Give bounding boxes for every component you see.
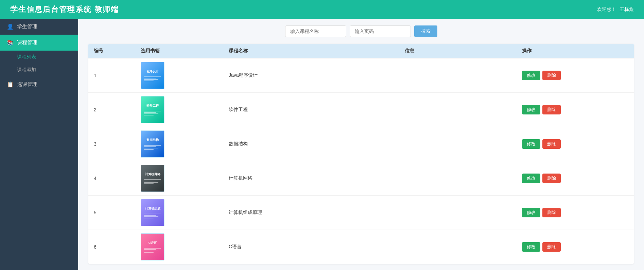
book-line — [144, 216, 158, 217]
col-header-id: 编号 — [88, 44, 135, 58]
book-line — [144, 214, 161, 214]
sidebar-item-select-course[interactable]: 📋 选课管理 — [0, 76, 78, 92]
cell-id: 2 — [88, 93, 135, 127]
book-line — [144, 148, 158, 148]
book-line — [144, 111, 161, 111]
delete-button[interactable]: 删除 — [542, 174, 561, 183]
course-icon: 📚 — [7, 39, 14, 46]
delete-button[interactable]: 删除 — [542, 71, 561, 80]
book-line — [144, 80, 154, 81]
sidebar: 👤 学生管理 📚 课程管理 课程列表 课程添加 📋 选课管理 — [0, 19, 78, 270]
book-thumb-text: 软件工程 — [146, 103, 159, 109]
cell-course-name: 软件工程 — [223, 93, 399, 127]
book-line — [144, 79, 158, 80]
cell-info — [399, 196, 517, 230]
search-button[interactable]: 搜索 — [414, 25, 437, 37]
cell-action: 修改删除 — [517, 161, 634, 196]
book-lines — [144, 144, 161, 150]
book-line — [144, 112, 156, 113]
book-thumbnail: 计算机组成 — [141, 199, 164, 226]
cell-info — [399, 127, 517, 161]
book-line — [144, 251, 158, 251]
edit-button[interactable]: 修改 — [522, 105, 540, 114]
username: 王栋鑫 — [620, 6, 634, 12]
cell-book: 软件工程 — [135, 93, 223, 127]
cell-course-name: C语言 — [223, 230, 399, 264]
delete-button[interactable]: 删除 — [542, 208, 561, 217]
book-line — [144, 252, 154, 253]
edit-button[interactable]: 修改 — [522, 71, 540, 80]
course-list-label: 课程列表 — [17, 54, 36, 59]
sidebar-item-student[interactable]: 👤 学生管理 — [0, 19, 78, 35]
cell-course-name: Java程序设计 — [223, 58, 399, 93]
book-thumb-text: 程序设计 — [146, 69, 159, 74]
cell-book: 计算机组成 — [135, 196, 223, 230]
sidebar-item-student-label: 学生管理 — [17, 23, 37, 30]
table-row: 3 数据结构 数据结构修改删除 — [88, 127, 634, 161]
table-row: 1 程序设计 Java程序设计修改删除 — [88, 58, 634, 93]
book-thumbnail: 数据结构 — [141, 130, 164, 158]
sidebar-item-course[interactable]: 📚 课程管理 — [0, 35, 78, 51]
book-line — [144, 115, 154, 115]
search-input-course-name[interactable] — [285, 25, 346, 37]
user-info: 欢迎您！ 王栋鑫 — [595, 6, 634, 13]
sidebar-item-course-label: 课程管理 — [17, 39, 37, 46]
book-line — [144, 249, 156, 250]
book-thumb-text: 数据结构 — [146, 138, 159, 143]
app-title: 学生信息后台管理系统 教师端 — [10, 4, 119, 15]
edit-button[interactable]: 修改 — [522, 208, 540, 217]
cell-book: 计算机网络 — [135, 161, 223, 196]
book-line — [144, 179, 161, 180]
book-thumbnail: 计算机网络 — [141, 165, 164, 192]
book-line — [144, 76, 161, 77]
book-line — [144, 146, 156, 147]
book-line — [144, 182, 158, 183]
book-thumb-text: C语言 — [148, 240, 158, 246]
book-line — [144, 183, 154, 184]
delete-button[interactable]: 删除 — [542, 242, 561, 252]
sidebar-item-course-add[interactable]: 课程添加 — [0, 64, 78, 76]
table-row: 2 软件工程 软件工程修改删除 — [88, 93, 634, 127]
delete-button[interactable]: 删除 — [542, 139, 561, 149]
book-lines — [144, 213, 161, 219]
cell-id: 5 — [88, 196, 135, 230]
course-table: 编号 选用书籍 课程名称 信息 操作 1 程序设计 Java程序设计修改删除2 — [88, 44, 634, 264]
sidebar-item-course-list[interactable]: 课程列表 — [0, 51, 78, 64]
cell-book: C语言 — [135, 230, 223, 264]
content-area: 搜索 编号 选用书籍 课程名称 信息 操作 1 程序设计 — [78, 19, 644, 270]
edit-button[interactable]: 修改 — [522, 139, 540, 149]
book-thumb-text: 计算机网络 — [144, 172, 161, 177]
search-input-page[interactable] — [350, 25, 411, 37]
book-lines — [144, 110, 161, 116]
search-bar: 搜索 — [88, 25, 634, 37]
edit-button[interactable]: 修改 — [522, 174, 540, 183]
book-line — [144, 215, 156, 216]
cell-id: 4 — [88, 161, 135, 196]
cell-book: 程序设计 — [135, 58, 223, 93]
cell-id: 1 — [88, 58, 135, 93]
book-thumbnail: 软件工程 — [141, 96, 164, 123]
book-lines — [144, 247, 161, 253]
delete-button[interactable]: 删除 — [542, 105, 561, 114]
table-header-row: 编号 选用书籍 课程名称 信息 操作 — [88, 44, 634, 58]
col-header-info: 信息 — [399, 44, 517, 58]
book-line — [144, 145, 161, 146]
cell-info — [399, 58, 517, 93]
book-thumbnail: C语言 — [141, 233, 164, 260]
book-line — [144, 181, 156, 181]
welcome-text: 欢迎您！ — [597, 6, 616, 12]
edit-button[interactable]: 修改 — [522, 242, 540, 252]
book-lines — [144, 179, 161, 185]
cell-id: 3 — [88, 127, 135, 161]
col-header-action: 操作 — [517, 44, 634, 58]
cell-book: 数据结构 — [135, 127, 223, 161]
cell-action: 修改删除 — [517, 58, 634, 93]
cell-id: 6 — [88, 230, 135, 264]
cell-info — [399, 93, 517, 127]
col-header-name: 课程名称 — [223, 44, 399, 58]
cell-action: 修改删除 — [517, 93, 634, 127]
sidebar-item-select-course-label: 选课管理 — [17, 81, 37, 88]
cell-action: 修改删除 — [517, 196, 634, 230]
select-course-icon: 📋 — [7, 81, 14, 88]
table-row: 6 C语言 C语言修改删除 — [88, 230, 634, 264]
